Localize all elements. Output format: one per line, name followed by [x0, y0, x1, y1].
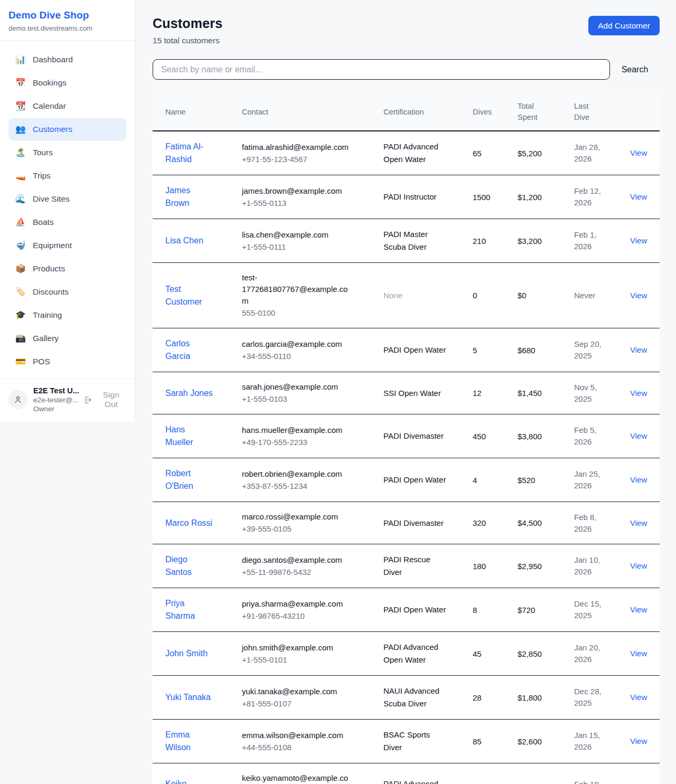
customer-total-spent-cell: $3,800 — [518, 432, 574, 441]
customer-last-dive-cell: Feb 8, 2026 — [574, 512, 630, 535]
sidebar-item-customers[interactable]: 👥 Customers — [8, 118, 126, 141]
customer-contact-cell: fatima.alrashid@example.com +971-55-123-… — [242, 141, 383, 165]
customer-name-link[interactable]: Emma Wilson — [165, 729, 214, 754]
view-customer-link[interactable]: View — [630, 518, 647, 527]
view-customer-link[interactable]: View — [630, 291, 647, 300]
table-row: Robert O'Brien robert.obrien@example.com… — [153, 458, 660, 502]
search-button[interactable]: Search — [622, 65, 649, 74]
sidebar-item-discounts[interactable]: 🏷️ Discounts — [8, 280, 126, 304]
view-customer-link[interactable]: View — [630, 236, 647, 245]
customer-name-link[interactable]: Keiko Yamamoto — [165, 778, 214, 784]
customer-last-dive-cell: Nov 5, 2025 — [574, 382, 630, 405]
view-customer-link[interactable]: View — [630, 389, 647, 398]
customer-email: priya.sharma@example.com — [242, 598, 354, 610]
sidebar-item-tours[interactable]: 🏝️ Tours — [8, 141, 126, 164]
customer-actions-cell: View — [630, 475, 651, 485]
sidebar-item-trips[interactable]: 🚤 Trips — [8, 164, 126, 187]
table-header-row: Name Contact Certification Dives Total S… — [153, 93, 660, 131]
view-customer-link[interactable]: View — [630, 148, 647, 157]
view-customer-link[interactable]: View — [630, 192, 647, 201]
customer-phone: +353-87-555-1234 — [242, 480, 383, 492]
customer-actions-cell: View — [630, 148, 651, 158]
sidebar-item-training[interactable]: 🎓 Training — [8, 304, 126, 327]
customer-last-dive-cell: Jan 15, 2026 — [574, 730, 630, 753]
customer-last-dive-cell: Feb 10, 2026 — [574, 779, 630, 784]
certification-value: PADI Open Water — [383, 603, 446, 616]
view-customer-link[interactable]: View — [630, 605, 647, 614]
view-customer-link[interactable]: View — [630, 475, 647, 484]
customer-certification-cell: PADI Advanced Open Water — [383, 641, 473, 666]
customer-total-spent-cell: $2,950 — [518, 562, 574, 571]
customer-name-link[interactable]: Marco Rossi — [165, 517, 212, 530]
customer-certification-cell: None — [383, 289, 473, 302]
customer-name-link[interactable]: Carlos Garcia — [165, 337, 214, 363]
sidebar-item-products[interactable]: 📦 Products — [8, 257, 126, 280]
view-customer-link[interactable]: View — [630, 736, 647, 745]
sidebar-item-bookings[interactable]: 📅 Bookings — [8, 71, 126, 95]
sidebar-item-calendar[interactable]: 📆 Calendar — [8, 95, 126, 118]
customer-email: test-1772681807767@example.com — [242, 272, 354, 307]
last-dive-value: Sep 20, 2025 — [574, 338, 606, 362]
last-dive-value: Feb 10, 2026 — [574, 779, 606, 784]
customer-certification-cell: NAUI Advanced Scuba Diver — [383, 685, 473, 710]
last-dive-value: Dec 28, 2025 — [574, 686, 606, 709]
customer-actions-cell: View — [630, 561, 651, 571]
view-customer-link[interactable]: View — [630, 345, 647, 354]
customer-last-dive-cell: Dec 15, 2025 — [574, 598, 630, 621]
customer-contact-cell: robert.obrien@example.com +353-87-555-12… — [242, 468, 383, 492]
view-customer-link[interactable]: View — [630, 561, 647, 570]
customer-name-link[interactable]: Diego Santos — [165, 553, 214, 579]
certification-value: PADI Advanced Open Water — [383, 641, 450, 666]
customer-dives-cell: 28 — [473, 693, 518, 702]
customer-email: fatima.alrashid@example.com — [242, 141, 354, 153]
customer-name-link[interactable]: James Brown — [165, 184, 214, 210]
table-row: Carlos Garcia carlos.garcia@example.com … — [153, 328, 660, 372]
last-dive-value: Nov 5, 2025 — [574, 382, 606, 405]
last-dive-value: Jan 20, 2026 — [574, 642, 606, 665]
customer-name-cell: Priya Sharma — [165, 597, 242, 622]
customer-email: carlos.garcia@example.com — [242, 338, 354, 350]
people-icon: 👥 — [15, 125, 26, 134]
table-row: Lisa Chen lisa.chen@example.com +1-555-0… — [153, 219, 660, 263]
customer-contact-cell: emma.wilson@example.com +44-555-0108 — [242, 730, 383, 753]
customer-name-link[interactable]: Hans Mueller — [165, 423, 214, 449]
customer-email: hans.mueller@example.com — [242, 424, 354, 436]
customer-name-link[interactable]: Yuki Tanaka — [165, 691, 211, 704]
add-customer-button[interactable]: Add Customer — [588, 16, 660, 35]
shop-domain: demo.test.divestreams.com — [8, 24, 126, 32]
customer-name-link[interactable]: Robert O'Brien — [165, 467, 214, 493]
search-bar: Search — [153, 59, 660, 80]
sidebar-item-pos[interactable]: 💳 POS — [8, 350, 126, 373]
customer-name-link[interactable]: Fatima Al-Rashid — [165, 140, 214, 166]
customer-dives-cell: 210 — [473, 237, 518, 245]
customer-contact-cell: james.brown@example.com +1-555-0113 — [242, 185, 383, 209]
view-customer-link[interactable]: View — [630, 649, 647, 658]
customer-total-spent-cell: $720 — [518, 606, 574, 615]
last-dive-value: Feb 12, 2026 — [574, 185, 606, 209]
last-dive-value: Feb 1, 2026 — [574, 229, 606, 252]
customer-name-link[interactable]: Lisa Chen — [165, 234, 203, 247]
customer-contact-cell: test-1772681807767@example.com 555-0100 — [242, 272, 383, 319]
customer-name-link[interactable]: John Smith — [165, 647, 208, 660]
view-customer-link[interactable]: View — [630, 431, 647, 440]
view-customer-link[interactable]: View — [630, 693, 647, 702]
customer-phone: +34-555-0110 — [242, 351, 383, 362]
customer-name-link[interactable]: Test Customer — [165, 283, 214, 308]
sidebar-item-gallery[interactable]: 📸 Gallery — [8, 327, 126, 350]
customer-name-link[interactable]: Sarah Jones — [165, 387, 213, 400]
customer-name-cell: Fatima Al-Rashid — [165, 140, 242, 166]
customer-dives-cell: 1500 — [473, 193, 518, 202]
sign-out-button[interactable]: Sign Out — [83, 390, 126, 409]
customer-contact-cell: marco.rossi@example.com +39-555-0105 — [242, 511, 383, 535]
customer-contact-cell: keiko.yamamoto@example.com +81-90-1234-5… — [242, 772, 383, 784]
sidebar-item-dashboard[interactable]: 📊 Dashboard — [8, 48, 126, 71]
sidebar-item-boats[interactable]: ⛵ Boats — [8, 211, 126, 234]
customer-last-dive-cell: Never — [574, 290, 630, 301]
customer-name-link[interactable]: Priya Sharma — [165, 597, 214, 622]
sidebar-item-dive-sites[interactable]: 🌊 Dive Sites — [8, 187, 126, 211]
customer-certification-cell: PADI Open Water — [383, 603, 473, 616]
sidebar-item-equipment[interactable]: 🤿 Equipment — [8, 234, 126, 257]
customer-certification-cell: PADI Master Scuba Diver — [383, 228, 473, 253]
search-input[interactable] — [153, 59, 610, 80]
shop-title: Demo Dive Shop — [8, 10, 126, 21]
